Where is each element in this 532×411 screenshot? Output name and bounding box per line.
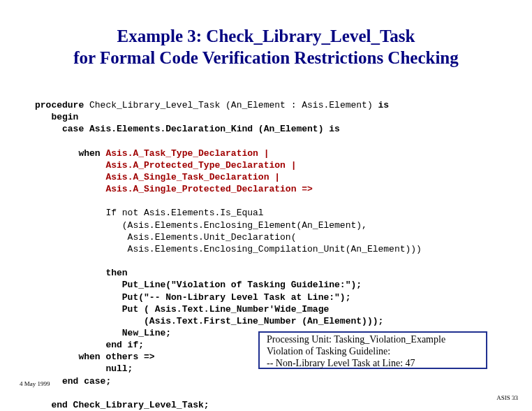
code-line (35, 184, 105, 194)
code-line: begin (35, 112, 78, 122)
code-line (35, 172, 105, 182)
slide: Example 3: Check_Library_Level_Task for … (0, 0, 532, 411)
code-line: Put_Line("Violation of Tasking Guideline… (35, 280, 362, 290)
callout-line-2: Violation of Tasking Guideline: (267, 346, 479, 358)
slide-title: Example 3: Check_Library_Level_Task for … (0, 0, 532, 69)
code-kw-is: is (378, 100, 390, 110)
code-hl: Asis.A_Single_Protected_Declaration => (105, 184, 312, 194)
code-line: Put ( Asis.Text.Line_Number'Wide_Image (35, 304, 329, 315)
code-line: If not Asis.Elements.Is_Equal (35, 208, 264, 218)
title-line-2: for Formal Code Verification Restriction… (73, 48, 459, 67)
title-line-1: Example 3: Check_Library_Level_Task (117, 27, 415, 45)
code-line: null; (35, 363, 133, 374)
code-line: when (35, 148, 105, 159)
callout-line-3: -- Non-Library Level Task at Line: 47 (267, 358, 479, 370)
code-text: Check_Library_Level_Task (An_Element : A… (84, 100, 378, 110)
callout-box: Processing Unit: Tasking_Violation_Examp… (258, 331, 487, 369)
code-line: (Asis.Elements.Enclosing_Element(An_Elem… (35, 220, 367, 231)
code-kw-procedure: procedure (35, 100, 84, 110)
code-line: Asis.Elements.Enclosing_Compilation_Unit… (35, 244, 422, 254)
code-line: Asis.Elements.Unit_Declaration( (35, 232, 296, 243)
code-hl: Asis.A_Task_Type_Declaration | (105, 148, 269, 159)
code-hl: Asis.A_Protected_Type_Declaration | (105, 160, 296, 171)
code-line: when others => (35, 352, 155, 362)
code-line: end Check_Library_Level_Task; (35, 400, 209, 410)
callout-line-1: Processing Unit: Tasking_Violation_Examp… (267, 334, 479, 346)
code-line (35, 160, 105, 171)
footer-date: 4 May 1999 (20, 380, 50, 387)
code-line: end if; (35, 340, 144, 350)
code-line: then (35, 268, 128, 278)
code-hl: Asis.A_Single_Task_Declaration | (105, 172, 280, 182)
footer-page: ASIS 33 (496, 394, 518, 401)
code-line: case Asis.Elements.Declaration_Kind (An_… (35, 124, 340, 134)
code-line: Put("-- Non-Library Level Task at Line:"… (35, 292, 350, 303)
code-line: New_Line; (35, 328, 171, 338)
code-line: (Asis.Text.First_Line_Number (An_Element… (35, 316, 383, 326)
